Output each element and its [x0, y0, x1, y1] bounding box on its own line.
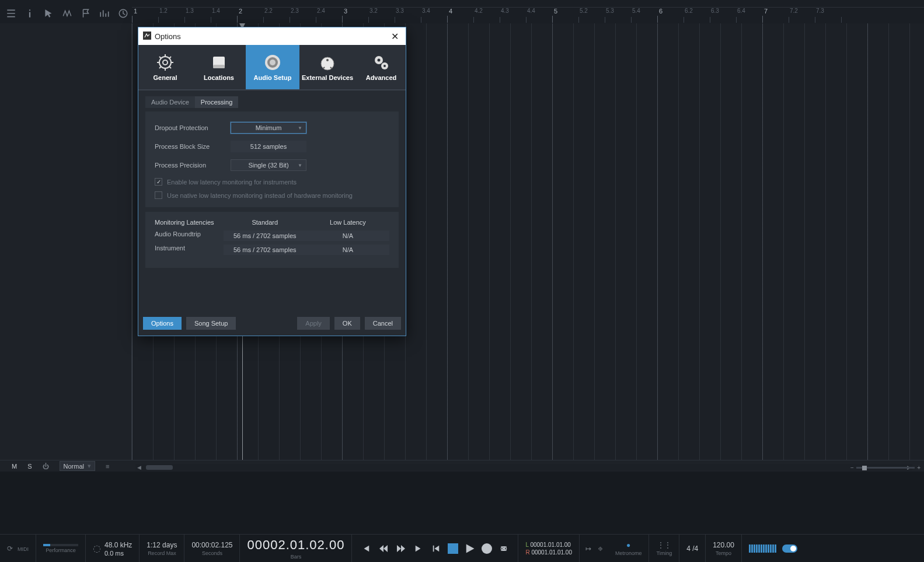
svg-point-6: [163, 60, 168, 65]
lower-panel-area: [0, 472, 924, 534]
bars-value[interactable]: 00002.01.02.00: [247, 537, 344, 553]
timeline-ruler[interactable]: 12345671.21.31.42.22.32.43.23.33.44.24.3…: [132, 7, 924, 23]
svg-line-23: [323, 67, 325, 68]
dropout-protection-dropdown[interactable]: Minimum▼: [231, 122, 306, 134]
app-icon: [143, 32, 151, 41]
svg-point-28: [383, 65, 386, 67]
preroll-icon[interactable]: ↦: [585, 544, 591, 553]
play-button[interactable]: [464, 543, 476, 554]
apply-button[interactable]: Apply: [297, 317, 330, 330]
close-button[interactable]: ✕: [389, 31, 401, 42]
audio-setup-tabs: Audio Device Processing: [145, 96, 238, 108]
use-native-low-latency-checkbox[interactable]: [155, 191, 162, 199]
cancel-button[interactable]: Cancel: [365, 317, 401, 330]
process-precision-label: Process Precision: [155, 162, 231, 169]
automation-mode-dropdown[interactable]: Normal▾: [60, 461, 95, 471]
svg-line-24: [330, 67, 332, 68]
category-locations-label: Locations: [204, 74, 234, 81]
latency-panel: Monitoring Latencies Standard Low Latenc…: [145, 212, 399, 268]
category-audio-setup[interactable]: Audio Setup: [246, 45, 299, 89]
category-external-devices-label: External Devices: [302, 74, 353, 81]
quantize-tool-icon[interactable]: [99, 8, 110, 19]
processing-form-panel: Dropout Protection Minimum▼ Process Bloc…: [145, 111, 399, 207]
category-locations[interactable]: Locations: [192, 45, 246, 89]
enable-low-latency-label: Enable low latency monitoring for instru…: [167, 179, 297, 186]
locator-left-value[interactable]: 00001.01.01.00: [530, 542, 571, 548]
options-body: Audio Device Processing Dropout Protecti…: [138, 89, 406, 311]
track-list-panel: [0, 23, 132, 472]
svg-line-13: [159, 67, 161, 68]
loop-button[interactable]: [498, 543, 510, 554]
lines-icon[interactable]: ≡: [106, 463, 109, 470]
power-icon[interactable]: ⏻: [43, 463, 49, 470]
autopunch-icon[interactable]: ⎆: [598, 544, 602, 553]
edit-tool-toolbar: [6, 8, 147, 19]
master-enable-toggle[interactable]: [782, 544, 797, 553]
lat-roundtrip-std: 56 ms / 2702 samples: [224, 231, 306, 241]
song-setup-button[interactable]: Song Setup: [186, 317, 236, 330]
global-mute-button[interactable]: M: [12, 463, 17, 470]
process-block-size-value: 512 samples: [231, 141, 306, 152]
category-external-devices[interactable]: External Devices: [299, 45, 355, 89]
zoom-in-icon[interactable]: +: [917, 465, 920, 471]
category-audio-setup-label: Audio Setup: [254, 74, 292, 81]
category-advanced[interactable]: Advanced: [355, 45, 407, 89]
process-precision-dropdown[interactable]: Single (32 Bit)▼: [231, 159, 306, 171]
timing-icon[interactable]: ⋮⋮: [657, 541, 671, 549]
dialog-titlebar[interactable]: Options ✕: [138, 27, 406, 45]
metronome-icon[interactable]: ●: [626, 541, 630, 549]
tab-audio-device[interactable]: Audio Device: [145, 96, 195, 108]
svg-line-12: [169, 67, 171, 68]
lat-header-standard: Standard: [224, 219, 306, 226]
midi-label: MIDI: [18, 546, 29, 552]
dropout-protection-label: Dropout Protection: [155, 124, 231, 131]
forward-button[interactable]: [395, 543, 407, 554]
zoom-out-icon[interactable]: −: [850, 465, 854, 471]
rewind-button[interactable]: [378, 543, 389, 554]
clock-tool-icon[interactable]: [118, 8, 128, 19]
tempo-label: Tempo: [716, 550, 731, 556]
lat-instrument-low: N/A: [306, 245, 389, 255]
draw-tool-icon[interactable]: [62, 8, 72, 19]
svg-point-22: [326, 59, 329, 61]
timesig-value[interactable]: 4 /4: [686, 544, 698, 553]
svg-point-27: [378, 59, 381, 62]
rewind-start-button[interactable]: [360, 543, 372, 554]
record-max-value: 1:12 days: [147, 541, 177, 549]
scroll-thumb[interactable]: [146, 465, 173, 470]
category-general[interactable]: General: [138, 45, 192, 89]
performance-label: Performance: [46, 547, 76, 553]
global-solo-button[interactable]: S: [27, 463, 32, 470]
lat-row-roundtrip-label: Audio Roundtrip: [155, 231, 224, 241]
zoom-slider[interactable]: − +: [850, 464, 920, 471]
use-native-low-latency-label: Use native low latency monitoring instea…: [167, 192, 353, 199]
tempo-value[interactable]: 120.00: [713, 541, 734, 549]
pointer-tool-icon[interactable]: [43, 8, 54, 19]
stop-button[interactable]: [448, 543, 458, 554]
locator-right-tag: R: [525, 549, 529, 556]
transport-bar: ⟳ MIDI Performance ◌ 48.0 kHz 0.0 ms 1:1…: [0, 534, 924, 562]
tab-processing[interactable]: Processing: [195, 96, 238, 108]
seconds-value[interactable]: 00:00:02.125: [191, 541, 232, 549]
return-to-start-button[interactable]: [430, 543, 442, 554]
timing-label: Timing: [656, 550, 672, 556]
ok-button[interactable]: OK: [334, 317, 360, 330]
list-icon[interactable]: [6, 8, 16, 19]
options-dialog: Options ✕ General Locations Audio Setup …: [138, 27, 406, 336]
flag-tool-icon[interactable]: [81, 8, 91, 19]
horizontal-scrollbar[interactable]: ◀ ▶: [135, 464, 912, 471]
record-button[interactable]: [482, 543, 492, 554]
scroll-left-icon[interactable]: ◀: [135, 464, 142, 471]
zoom-thumb[interactable]: [862, 466, 867, 470]
enable-low-latency-checkbox[interactable]: [155, 178, 162, 186]
midi-activity-icon: ⟳: [7, 544, 13, 553]
forward-end-button[interactable]: [413, 543, 424, 554]
locator-right-value[interactable]: 00001.01.01.00: [531, 549, 572, 556]
options-footer-button[interactable]: Options: [143, 317, 182, 330]
info-icon[interactable]: [25, 8, 35, 19]
dialog-title: Options: [155, 32, 181, 41]
sample-rate-value[interactable]: 48.0 kHz: [104, 541, 132, 549]
svg-rect-3: [433, 545, 434, 551]
category-advanced-label: Advanced: [366, 74, 397, 81]
svg-point-0: [29, 9, 30, 11]
